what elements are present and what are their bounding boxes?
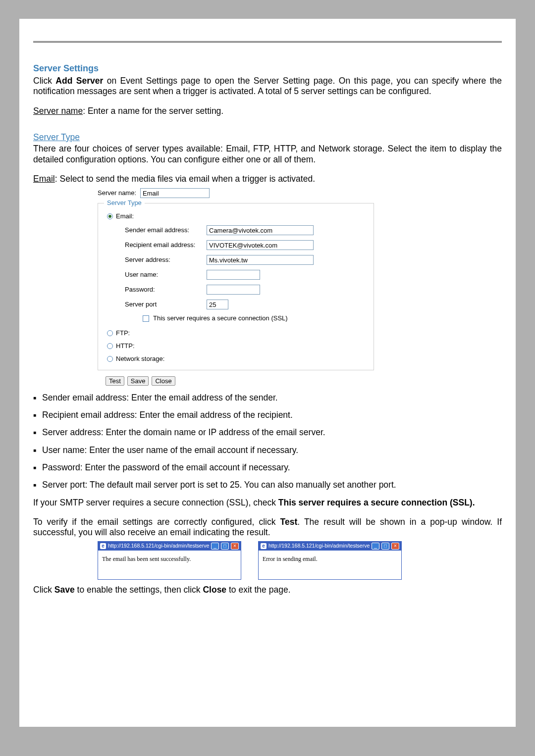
close-icon[interactable]: × — [391, 543, 399, 550]
radio-icon[interactable] — [107, 356, 113, 362]
recipient-label: Recipient email address: — [125, 241, 207, 249]
list-item: User name: Enter the user name of the em… — [33, 445, 502, 455]
server-name-label: Server name: — [98, 189, 136, 197]
popup-titlebar: e http://192.168.5.121/cgi-bin/admin/tes… — [98, 542, 241, 551]
list-item: Password: Enter the password of the emai… — [33, 462, 502, 473]
section-title: Server Settings — [33, 63, 502, 74]
popup-title-text: http://192.168.5.121/cgi-bin/admin/tests… — [268, 543, 370, 549]
text: To verify if the email settings are corr… — [33, 517, 280, 527]
http-radio-label: HTTP: — [116, 342, 135, 350]
list-item: Server port: The default mail server por… — [33, 480, 502, 490]
email-fields: Sender email address: Recipient email ad… — [125, 225, 365, 322]
text-bold: Close — [203, 585, 226, 595]
text: Click — [33, 76, 55, 86]
list-item: Sender email address: Enter the email ad… — [33, 393, 502, 403]
paragraph: Click Save to enable the settings, then … — [33, 585, 502, 595]
server-name-row: Server name: — [98, 188, 374, 198]
server-type-fieldset: Server Type Email: Sender email address:… — [98, 203, 374, 370]
paragraph: If your SMTP server requires a secure co… — [33, 498, 502, 508]
popup-body: Error in sending email. — [259, 551, 401, 580]
list-item: Recipient email address: Enter the email… — [33, 410, 502, 420]
popup-title-text: http://192.168.5.121/cgi-bin/admin/tests… — [108, 543, 209, 549]
text-bold: This server requires a secure connection… — [278, 498, 475, 507]
divider — [33, 41, 502, 42]
server-type-link[interactable]: Server Type — [33, 132, 80, 143]
test-button[interactable]: Test — [106, 376, 124, 386]
text-bold: Test — [280, 517, 298, 527]
brand-label: VIVOTEK — [33, 29, 72, 39]
username-input[interactable] — [207, 270, 260, 280]
document-page: VIVOTEK Server Settings Click Add Server… — [19, 19, 516, 727]
ssl-checkbox-row[interactable]: This server requires a secure connection… — [143, 314, 365, 322]
networkstorage-radio-label: Network storage: — [116, 355, 164, 363]
username-label: User name: — [125, 271, 207, 279]
save-button[interactable]: Save — [127, 376, 149, 386]
http-radio-row[interactable]: HTTP: — [107, 342, 365, 350]
text-underline: Server name — [33, 106, 83, 116]
fieldset-legend: Server Type — [104, 199, 145, 207]
paragraph: Email: Select to send the media files vi… — [33, 174, 502, 184]
minimize-icon[interactable]: _ — [211, 543, 219, 550]
text: to exit the page. — [226, 585, 290, 595]
text: Click — [33, 585, 54, 595]
text: to enable the settings, then click — [75, 585, 203, 595]
sender-input[interactable] — [207, 225, 314, 235]
recipient-input[interactable] — [207, 240, 314, 250]
text: on Event Settings page to open the Serve… — [33, 76, 502, 96]
text: : Enter a name for the server setting. — [83, 106, 223, 116]
page-footer: 86 - User's Manual — [33, 705, 93, 713]
text: If your SMTP server requires a secure co… — [33, 498, 278, 507]
networkstorage-radio-row[interactable]: Network storage: — [107, 355, 365, 363]
text-underline: Email — [33, 174, 55, 184]
serveraddr-input[interactable] — [207, 255, 314, 265]
text: : Select to send the media files via ema… — [55, 174, 315, 184]
field-description-list: Sender email address: Enter the email ad… — [33, 393, 502, 491]
ftp-radio-row[interactable]: FTP: — [107, 329, 365, 337]
popup-window-error: e http://192.168.5.121/cgi-bin/admin/tes… — [258, 541, 402, 580]
port-label: Server port — [125, 301, 207, 308]
paragraph: To verify if the email settings are corr… — [33, 517, 502, 538]
radio-icon[interactable] — [107, 343, 113, 349]
email-radio-row[interactable]: Email: — [107, 212, 365, 220]
paragraph: Click Add Server on Event Settings page … — [33, 76, 502, 97]
minimize-icon[interactable]: _ — [372, 543, 379, 550]
password-label: Password: — [125, 286, 207, 294]
close-button[interactable]: Close — [152, 376, 175, 386]
button-row: Test Save Close — [106, 376, 374, 386]
serveraddr-label: Server address: — [125, 256, 207, 264]
radio-icon[interactable] — [107, 213, 113, 219]
page-content: Server Settings Click Add Server on Even… — [19, 46, 516, 596]
maximize-icon[interactable]: □ — [221, 543, 229, 550]
popup-examples: e http://192.168.5.121/cgi-bin/admin/tes… — [98, 541, 502, 580]
text-bold: Add Server — [55, 76, 103, 86]
text-bold: Save — [54, 585, 75, 595]
radio-icon[interactable] — [107, 330, 113, 336]
server-name-input[interactable] — [140, 188, 210, 198]
password-input[interactable] — [207, 285, 260, 295]
popup-titlebar: e http://192.168.5.121/cgi-bin/admin/tes… — [259, 542, 401, 551]
ftp-radio-label: FTP: — [116, 329, 130, 337]
server-settings-form: Server name: Server Type Email: Sender e… — [98, 188, 374, 385]
close-icon[interactable]: × — [231, 543, 239, 550]
ie-icon: e — [100, 543, 106, 549]
sender-label: Sender email address: — [125, 226, 207, 234]
divider — [33, 42, 502, 43]
list-item: Server address: Enter the domain name or… — [33, 427, 502, 438]
ssl-checkbox-label: This server requires a secure connection… — [153, 314, 288, 322]
email-radio-label: Email: — [116, 212, 134, 220]
popup-body: The email has been sent successfully. — [98, 551, 241, 580]
popup-window-success: e http://192.168.5.121/cgi-bin/admin/tes… — [98, 541, 241, 580]
paragraph: There are four choices of server types a… — [33, 144, 502, 165]
port-input[interactable] — [207, 300, 228, 309]
ie-icon: e — [261, 543, 267, 549]
checkbox-icon[interactable] — [143, 315, 149, 322]
paragraph: Server name: Enter a name for the server… — [33, 106, 502, 116]
page-header: VIVOTEK — [19, 19, 516, 46]
maximize-icon[interactable]: □ — [381, 543, 389, 550]
